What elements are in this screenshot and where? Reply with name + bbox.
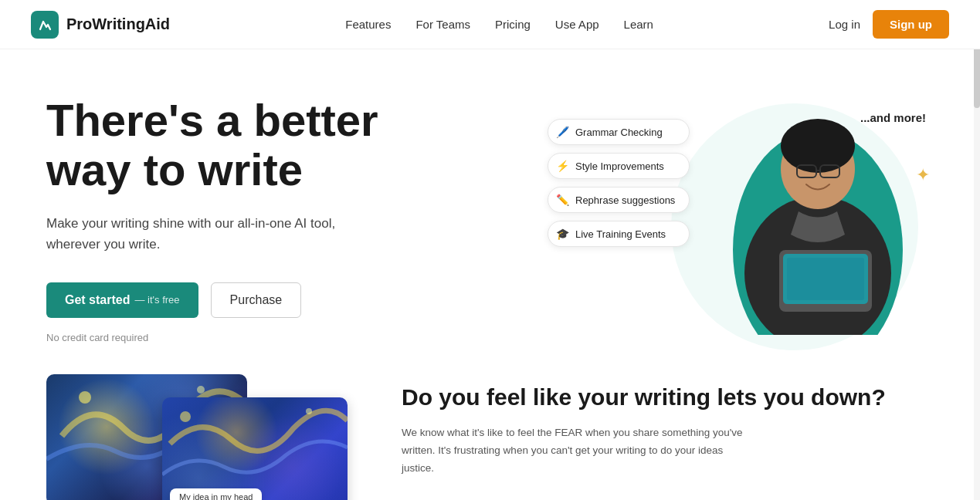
hero-left: There's a better way to write Make your … [46, 96, 378, 343]
section2-images: My idea in my head [46, 374, 355, 500]
nav-use-app[interactable]: Use App [555, 18, 599, 31]
pill-training: 🎓 Live Training Events [548, 221, 690, 247]
no-credit-text: No credit card required [46, 332, 378, 343]
nav-for-teams[interactable]: For Teams [415, 18, 470, 31]
pill-style: ⚡ Style Improvements [548, 153, 690, 179]
pill-rephrase: ✏️ Rephrase suggestions [548, 187, 690, 213]
nav-learn[interactable]: Learn [624, 18, 653, 31]
section2: My idea in my head Do you feel like your… [0, 374, 980, 500]
logo[interactable]: ProWritingAid [31, 11, 170, 39]
svg-point-11 [79, 391, 91, 404]
logo-icon [31, 11, 59, 39]
hero-subtitle: Make your writing shine with our all-in-… [46, 213, 371, 255]
section2-body: We know what it's like to feel the FEAR … [402, 424, 757, 478]
style-icon: ⚡ [556, 160, 569, 172]
svg-point-4 [781, 119, 855, 173]
scrollbar[interactable] [974, 0, 980, 500]
brand-name: ProWritingAid [66, 15, 170, 33]
svg-point-12 [197, 386, 205, 394]
and-more-label: ...and more! [860, 111, 926, 124]
svg-point-14 [180, 411, 191, 422]
sparkle-icon: ✦ [916, 165, 930, 185]
hero-title: There's a better way to write [46, 96, 378, 194]
hero-illustration: ...and more! 🖊️ Grammar Checking ⚡ Style… [548, 96, 934, 343]
feature-pills: 🖊️ Grammar Checking ⚡ Style Improvements… [548, 119, 690, 247]
login-button[interactable]: Log in [829, 18, 860, 31]
signup-button[interactable]: Sign up [873, 10, 949, 39]
my-idea-badge: My idea in my head [170, 488, 262, 500]
nav-links: Features For Teams Pricing Use App Learn [345, 18, 653, 31]
nav-actions: Log in Sign up [829, 10, 949, 39]
training-icon: 🎓 [556, 228, 569, 240]
section2-title: Do you feel like your writing lets you d… [402, 382, 934, 412]
navbar: ProWritingAid Features For Teams Pricing… [0, 0, 980, 49]
hero-section: There's a better way to write Make your … [0, 49, 980, 374]
hero-buttons: Get started — it's free Purchase [46, 282, 378, 318]
get-started-button[interactable]: Get started — it's free [46, 282, 198, 318]
purchase-button[interactable]: Purchase [211, 282, 302, 318]
nav-pricing[interactable]: Pricing [495, 18, 531, 31]
svg-point-15 [306, 408, 312, 414]
nav-features[interactable]: Features [345, 18, 391, 31]
starry-swirls-front [162, 397, 348, 500]
grammar-icon: 🖊️ [556, 126, 569, 138]
image-card-front [162, 397, 348, 500]
svg-rect-10 [787, 258, 864, 300]
section2-right: Do you feel like your writing lets you d… [402, 374, 934, 478]
person-illustration [710, 96, 910, 335]
rephrase-icon: ✏️ [556, 194, 569, 206]
free-badge: — it's free [134, 294, 179, 306]
pill-grammar: 🖊️ Grammar Checking [548, 119, 690, 145]
